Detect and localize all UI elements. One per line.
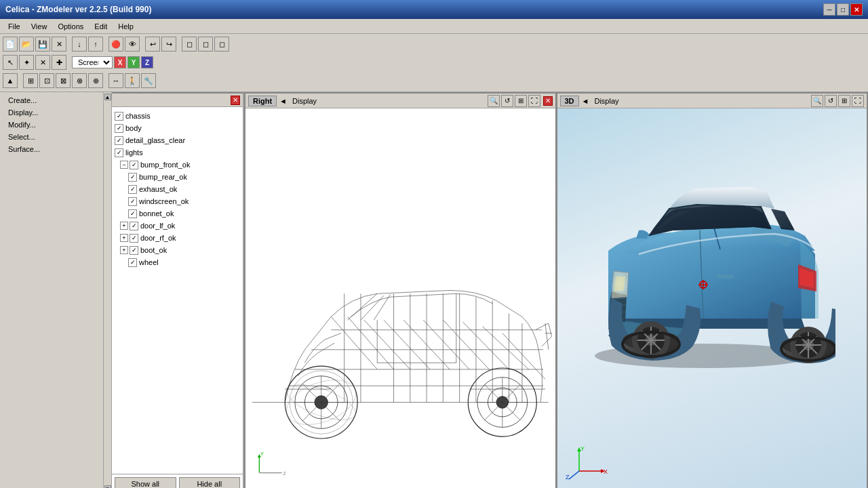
right-fit-icon[interactable]: ⊞ [515,95,527,107]
right-fullscreen-icon[interactable]: ⛶ [528,95,540,107]
menu-options[interactable]: Options [52,21,89,32]
tree-item-wheel[interactable]: wheel [112,256,243,268]
tb-arrow[interactable]: ▲ [3,73,18,88]
right-viewport-bg[interactable]: Y Z [245,108,555,488]
tree-checkbox-detail-glass[interactable] [115,136,123,145]
3d-view-label[interactable]: 3D [560,96,579,106]
tb-t5[interactable]: ⊕ [88,73,103,88]
axis-z-toggle[interactable]: Z [141,56,153,68]
tb-view[interactable]: 👁 [125,37,140,52]
tree-item-bump-rear[interactable]: bump_rear_ok [112,171,243,183]
tree-checkbox-windscreen[interactable] [128,197,137,206]
left-menu-select[interactable]: Select... [5,131,98,142]
tb-t3[interactable]: ⊠ [56,73,71,88]
minimize-button[interactable]: ─ [823,3,835,16]
tb-misc3[interactable]: ◻ [214,37,229,52]
tb-select4[interactable]: ✚ [52,55,66,70]
svg-line-22 [384,320,430,369]
tree-item-bonnet[interactable]: bonnet_ok [112,207,243,220]
tree-checkbox-boot[interactable] [130,246,138,255]
menu-view[interactable]: View [26,21,53,32]
right-display-label[interactable]: Display [290,96,319,106]
show-all-button[interactable]: Show all [115,477,176,488]
3d-display-label[interactable]: Display [591,96,621,106]
tree-item-door-lf[interactable]: + door_lf_ok [112,220,243,232]
title-buttons: ─ □ ✕ [823,3,863,16]
tb-export[interactable]: ↑ [88,37,103,52]
tb-save[interactable]: 💾 [35,37,50,52]
right-viewport-close[interactable]: ✕ [543,96,553,106]
hide-all-button[interactable]: Hide all [179,477,241,488]
right-view-label[interactable]: Right [248,96,277,106]
menu-help[interactable]: Help [113,21,139,32]
tb-delete[interactable]: ✕ [52,37,66,52]
screen-dropdown[interactable]: Screen [72,56,113,68]
tb-misc1[interactable]: ◻ [182,37,197,52]
tb-t1[interactable]: ⊞ [23,73,38,88]
tree-checkbox-door-lf[interactable] [130,222,138,230]
svg-line-25 [443,320,489,369]
menu-edit[interactable]: Edit [89,21,113,32]
scroll-up-arrow[interactable]: ▲ [104,94,111,100]
3d-fit-icon[interactable]: ⊞ [838,95,850,107]
3d-fullscreen-icon[interactable]: ⛶ [852,95,864,107]
tree-expand-door-lf[interactable]: + [120,222,128,230]
tree-checkbox-lights[interactable] [115,148,123,157]
menu-file[interactable]: File [3,21,26,32]
title-bar: Celica - ZModeler ver 2.2.5 (Build 990) … [0,0,868,19]
tb-new[interactable]: 📄 [3,37,18,52]
tree-item-boot[interactable]: + boot_ok [112,244,243,256]
3d-zoom-icon[interactable]: 🔍 [811,95,823,107]
tb-m1[interactable]: ↔ [108,73,123,88]
tree-item-bump-front[interactable]: − bump_front_ok [112,159,243,171]
left-menu-create[interactable]: Create... [5,95,98,106]
left-menu-display[interactable]: Display... [5,107,98,118]
scroll-down-arrow[interactable]: ▼ [104,485,111,488]
tree-expand-bump-front[interactable]: − [120,161,128,169]
tree-item-exhaust[interactable]: exhaust_ok [112,183,243,195]
tree-checkbox-exhaust[interactable] [128,185,137,194]
right-zoom-icon[interactable]: 🔍 [488,95,500,107]
viewport-3d-header: 3D ◄ Display 🔍 ↺ ⊞ ⛶ [557,94,867,108]
tree-checkbox-chassis[interactable] [115,112,123,121]
tb-m2[interactable]: 🚶 [125,73,140,88]
tree-item-body[interactable]: body [112,122,243,134]
tree-checkbox-bump-rear[interactable] [128,173,137,182]
axis-x-toggle[interactable]: X [114,56,126,68]
maximize-button[interactable]: □ [837,3,849,16]
axis-y-toggle[interactable]: Y [127,56,140,68]
tree-checkbox-bonnet[interactable] [128,209,137,218]
tree-item-lights[interactable]: lights [112,146,243,159]
close-button[interactable]: ✕ [850,3,863,16]
tb-render[interactable]: 🔴 [108,37,123,52]
tb-t2[interactable]: ⊡ [39,73,54,88]
tree-checkbox-bump-front[interactable] [130,161,138,169]
3d-rotate-icon[interactable]: ↺ [825,95,837,107]
tb-t4[interactable]: ⊗ [72,73,87,88]
right-rotate-icon[interactable]: ↺ [501,95,513,107]
tb-misc2[interactable]: ◻ [198,37,213,52]
3d-viewport-bg[interactable]: Y X Z [557,108,867,488]
tree-checkbox-wheel[interactable] [128,258,137,267]
left-menu-surface[interactable]: Surface... [5,144,98,155]
left-menu-modify[interactable]: Modify... [5,119,98,130]
tree-close-button[interactable]: ✕ [231,96,240,105]
tree-item-door-rf[interactable]: + door_rf_ok [112,232,243,244]
tb-redo[interactable]: ↪ [161,37,176,52]
left-scrollbar[interactable]: ▲ ▼ [103,92,111,488]
tree-item-windscreen[interactable]: windscreen_ok [112,195,243,207]
tb-m3[interactable]: 🔧 [141,73,156,88]
tree-item-detail-glass[interactable]: detail_glass_clear [112,134,243,146]
svg-line-27 [483,327,529,369]
tb-select2[interactable]: ✦ [19,55,34,70]
tree-checkbox-body[interactable] [115,124,123,133]
tree-expand-door-rf[interactable]: + [120,234,128,242]
tb-select[interactable]: ↖ [3,55,18,70]
tb-select3[interactable]: ✕ [35,55,50,70]
tb-import[interactable]: ↓ [72,37,87,52]
tb-undo[interactable]: ↩ [145,37,160,52]
tree-checkbox-door-rf[interactable] [130,234,138,243]
tree-expand-boot[interactable]: + [120,246,128,254]
tb-open[interactable]: 📂 [19,37,34,52]
tree-item-chassis[interactable]: chassis [112,110,243,122]
